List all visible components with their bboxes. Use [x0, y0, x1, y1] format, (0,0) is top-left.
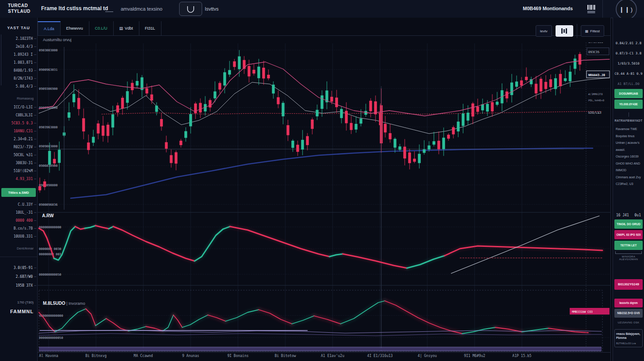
- watchlist-body: 2.1023TH2m10.4/31.09243 I1.003,8718400/1…: [0, 35, 37, 314]
- lot-left[interactable]: 16 J41: [616, 213, 629, 217]
- watchlist-item[interactable]: 10UU0.331: [0, 232, 37, 240]
- panel-menu-item[interactable]: awasil.: [614, 146, 643, 154]
- price-chart-canvas[interactable]: 0903003000090096303109093069000900960800…: [38, 42, 610, 352]
- watchlist-item[interactable]: 2.6B7/W0: [0, 272, 37, 281]
- watchlist-item[interactable]: 195B 37X: [0, 281, 37, 290]
- account-label[interactable]: M0B469 Montionands: [523, 6, 573, 11]
- buy-button-1[interactable]: DOSUMRUAB: [614, 89, 643, 98]
- barcode-icon[interactable]: [586, 4, 597, 14]
- ma-blue: [71, 148, 593, 198]
- layout-button[interactable]: [556, 25, 573, 37]
- panel-menu-item[interactable]: Oscorgeo 16039: [614, 153, 643, 160]
- app-logo[interactable]: TURCAD STYLAUD: [8, 3, 31, 14]
- quote-stat-row[interactable]: A1 B7/LL.D0: [614, 79, 643, 89]
- watchlist-item[interactable]: 5.00,4/3: [0, 82, 37, 90]
- quote-stat-row[interactable]: 0.84/2.01 2.8: [614, 38, 643, 48]
- pane3-title: M.8L5UDO: [43, 301, 65, 306]
- panel-menu-item[interactable]: IMMOD: [614, 167, 643, 174]
- sell-limit-button[interactable]: Iassvts dqnm: [614, 299, 643, 307]
- order-button-sell[interactable]: OM/PL 63 IPG 920: [614, 230, 643, 239]
- tab-label: A.Lda: [44, 27, 54, 31]
- panel-menu-item[interactable]: Untran | acavav's: [614, 139, 643, 146]
- quote-stat-row[interactable]: 0.87/3-C1 3.8: [614, 48, 643, 58]
- watchlist-item[interactable]: 3003U-31: [0, 159, 37, 167]
- order-button-buy[interactable]: TINGIL DO GRUD: [614, 219, 643, 229]
- close-all-button[interactable]: B01302Y0249: [614, 279, 643, 290]
- account-summary-box[interactable]: rmaou Bdajqvam, Pbmma B2TME1u33 Lva: [614, 329, 643, 347]
- buy-button-2[interactable]: Y0.000.6Y43E: [614, 100, 643, 109]
- time-axis-label: 9I Bonains: [220, 354, 256, 358]
- watchlist-item[interactable]: 4.93_331: [0, 175, 37, 183]
- tab-symbol-5[interactable]: Ft31L: [139, 21, 161, 35]
- summary-line3: B2TME1u33 Lva: [616, 342, 641, 345]
- watchlist-item[interactable]: 5C03.5 0.3: [0, 119, 37, 127]
- window-icon: ▤: [119, 26, 123, 31]
- watchlist-item[interactable]: 1.09243 I: [0, 50, 37, 58]
- watchlist-item[interactable]: C.U.33Y: [0, 200, 37, 208]
- watchlist-item[interactable]: B.co/s.7B: [0, 224, 37, 232]
- price-tick: [34, 54, 36, 55]
- watchlist-item[interactable]: R023/-73V: [0, 143, 37, 151]
- watchlist-scrollbar[interactable]: [1, 35, 1, 85]
- watchlist-item[interactable]: 0000 400: [0, 216, 37, 224]
- panel-menu-item[interactable]: Ravamow TWE: [614, 126, 643, 133]
- tab-symbol-3[interactable]: C0.L/U: [89, 21, 114, 35]
- tab-symbol-4[interactable]: ▤ Vdbt: [114, 21, 139, 35]
- svg-text:POL,%440+0: POL,%440+0: [588, 99, 605, 102]
- workspace-button[interactable]: [179, 2, 202, 16]
- watchlist-item[interactable]: 5OC8L %31: [0, 151, 37, 159]
- grid-view-button[interactable]: ▦ Fittest: [581, 25, 604, 37]
- user-avatar[interactable]: ❙❙): [616, 0, 637, 20]
- watchlist-item[interactable]: 10UL_-31: [0, 208, 37, 216]
- time-axis-label: A1 E1av'u2u: [315, 354, 350, 358]
- indicator-overlay-label[interactable]: Austurniltu orvuj: [43, 38, 72, 42]
- quote-stat-row[interactable]: C0.44 A-81 0.9: [614, 69, 643, 79]
- grid-button-label: Fittest: [590, 29, 600, 33]
- panel-menu-item[interactable]: GHO0 WHO AND: [614, 160, 643, 167]
- svg-text:00000000 003: 00000000 003: [39, 253, 61, 256]
- tab-symbol-2[interactable]: Ehwwvvu: [61, 21, 89, 35]
- chart-tabbar: A.Lda Ehwwvvu C0.L/U ▤ Vdbt Ft31L Ievtv …: [38, 21, 610, 36]
- pending-order-button[interactable]: NB/232.5+D GV0: [614, 309, 643, 318]
- panel-menu-item[interactable]: C23Rw2, U3: [614, 180, 643, 188]
- watchlist-item[interactable]: 10ANU.C31: [0, 127, 37, 135]
- tab-symbol-1[interactable]: A.Lda: [38, 21, 61, 35]
- svg-text:0909306900: 0909306900: [39, 87, 58, 91]
- watchlist-footer-label: 17t0 (T80): [0, 300, 37, 304]
- watchlist-item[interactable]: 2m10.4/3: [0, 42, 37, 50]
- panel-menu-item[interactable]: Boqutas tinus: [614, 133, 643, 140]
- watchlist-item[interactable]: 2.34<0.21: [0, 135, 37, 143]
- watchlist-buy-button[interactable]: Titties a.SMD: [1, 188, 36, 197]
- pane3-label[interactable]: M.8L5UDO | Invoramo: [43, 301, 85, 306]
- watchlist-item[interactable]: 3.0(05-91: [0, 263, 37, 272]
- svg-text:0000000000050: 0000000000050: [39, 336, 63, 340]
- lot-right[interactable]: 0u1: [635, 213, 641, 217]
- pane2-ma-white: [451, 216, 599, 273]
- watchlist-item[interactable]: 8/2N/1743: [0, 74, 37, 82]
- inline-input[interactable]: [105, 6, 113, 12]
- price-tick: [34, 236, 36, 237]
- range-button[interactable]: Ievtv: [536, 25, 552, 37]
- nav-item-primary[interactable]: Frame ltd cstlss mctmal td: [41, 5, 108, 12]
- watchlist-item[interactable]: 2.1023TH: [0, 35, 37, 42]
- watchlist-item[interactable]: C0BL3L3I: [0, 111, 37, 119]
- watchlist-item[interactable]: 1.003,871: [0, 58, 37, 66]
- menu-title: RATRAFBWAYADT: [614, 119, 643, 122]
- price-tick: [34, 277, 36, 277]
- price-tick: [34, 228, 36, 229]
- pane2-label[interactable]: A.RW: [42, 213, 54, 218]
- watchlist-item[interactable]: ICC/O-L3I: [0, 103, 37, 111]
- nav-item-tertiary[interactable]: Isvttvs: [205, 6, 218, 12]
- price-tick: [34, 139, 36, 139]
- watchlist-item[interactable]: 510!(02%M: [0, 167, 37, 175]
- spread-bracket: [615, 251, 642, 254]
- time-axis-label: 9I1 M6#9u2: [457, 354, 492, 358]
- panel-menu-item[interactable]: Cimmars aoet Zvy: [614, 174, 643, 181]
- volume-strip: [39, 347, 602, 351]
- order-button-confirm[interactable]: TETTIN LET: [614, 241, 643, 250]
- lot-size-row: 16 J41 0u1: [614, 211, 643, 219]
- nav-item-secondary[interactable]: amvaldmca texsino: [121, 6, 162, 12]
- svg-text:0903963080: 0903963080: [39, 126, 58, 129]
- watchlist-item[interactable]: 8400/1.93: [0, 66, 37, 74]
- quote-stat-row[interactable]: 1/03/3.5010: [614, 58, 643, 69]
